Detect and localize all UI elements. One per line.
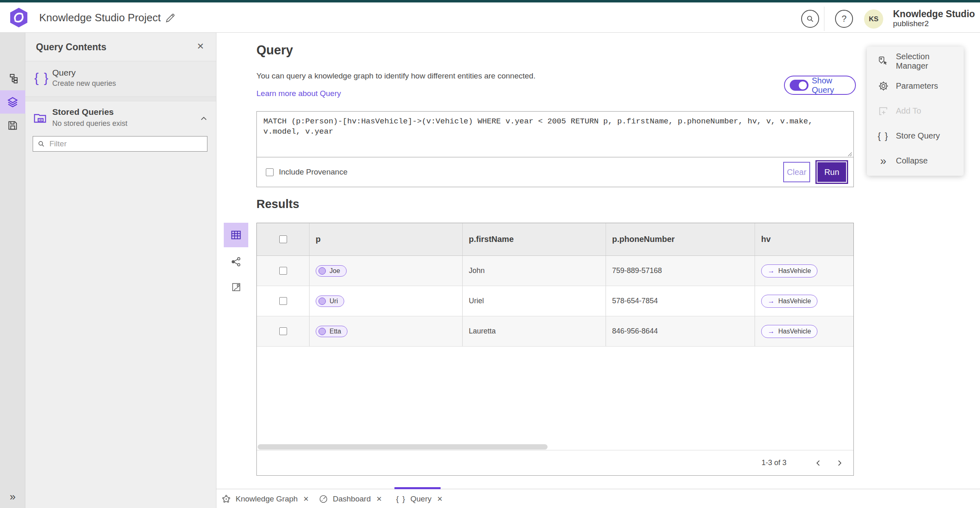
search-icon (806, 14, 815, 23)
panel-close-icon[interactable]: × (194, 40, 207, 53)
menu-item-label: Parameters (896, 81, 938, 91)
table-view-button[interactable] (224, 223, 248, 247)
row-checkbox[interactable] (279, 267, 287, 275)
arrow-right-icon: → (768, 267, 775, 274)
gear-icon (878, 81, 889, 92)
menu-item-store-query[interactable]: { } Store Query (867, 123, 964, 148)
table-view-icon (230, 229, 242, 241)
chevron-right-icon (835, 459, 844, 467)
entity-dot-icon (318, 328, 326, 335)
show-query-label: Show Query (812, 76, 850, 95)
map-view-button[interactable] (224, 275, 248, 299)
chevron-left-icon (814, 459, 822, 467)
row-checkbox[interactable] (279, 297, 287, 305)
tab-knowledge-graph[interactable]: Knowledge Graph × (221, 489, 309, 508)
table-row: Joe John 759-889-57168 → HasVehicle (257, 256, 853, 286)
top-bar: Knowledge Studio Project ? KS Knowledge … (0, 2, 980, 33)
toggle-track (790, 80, 808, 91)
resize-grip-icon[interactable] (846, 151, 852, 157)
results-title: Results (256, 197, 299, 211)
tab-close-icon[interactable]: × (376, 494, 382, 504)
left-icon-strip: » (0, 33, 25, 508)
menu-item-parameters[interactable]: Parameters (867, 74, 964, 98)
cell-firstname: Uriel (463, 286, 606, 316)
help-icon: ? (842, 13, 846, 24)
entity-pill[interactable]: Joe (316, 265, 347, 277)
knowledge-graph-icon (221, 494, 231, 504)
document-tab-bar: Knowledge Graph × Dashboard × { } Query … (216, 489, 980, 508)
learn-more-link[interactable]: Learn more about Query (256, 89, 341, 98)
user-name: publisher2 (893, 19, 975, 28)
menu-item-collapse[interactable]: » Collapse (867, 148, 964, 173)
menu-item-label: Selection Manager (896, 52, 964, 71)
filter-input[interactable] (49, 139, 203, 148)
include-provenance-label: Include Provenance (279, 168, 347, 177)
double-chevron-icon: » (10, 490, 16, 503)
edit-title-icon[interactable] (164, 12, 176, 24)
sidebar-item-data-model[interactable] (0, 67, 25, 90)
previous-page-button[interactable] (810, 455, 826, 471)
tab-close-icon[interactable]: × (437, 494, 443, 504)
panel-item-stored-queries[interactable]: Stored Queries No stored queries exist (25, 101, 216, 137)
table-header-row: p p.firstName p.phoneNumber hv (257, 223, 853, 256)
stored-queries-filter (33, 136, 207, 152)
graph-view-button[interactable] (224, 249, 248, 274)
map-view-icon (231, 282, 241, 292)
search-button[interactable] (801, 10, 819, 28)
results-table: p p.firstName p.phoneNumber hv Joe John … (256, 223, 854, 476)
cell-firstname: John (463, 256, 606, 286)
menu-item-selection-manager[interactable]: Selection Manager (867, 49, 964, 74)
braces-icon: { } (396, 495, 406, 504)
relationship-pill[interactable]: → HasVehicle (761, 295, 817, 308)
select-all-checkbox[interactable] (279, 235, 287, 243)
sidebar-item-layers[interactable] (0, 90, 25, 114)
cell-phonenumber: 846-956-8644 (606, 316, 755, 346)
column-header-firstname: p.firstName (463, 223, 606, 255)
scrollbar-thumb[interactable] (258, 444, 548, 450)
filter-search-icon (37, 140, 45, 148)
sidebar-item-save[interactable] (0, 114, 25, 137)
tab-dashboard[interactable]: Dashboard × (318, 489, 382, 508)
stored-queries-icon (33, 111, 47, 126)
tab-close-icon[interactable]: × (303, 494, 309, 504)
cell-phonenumber: 759-889-57168 (606, 256, 755, 286)
row-checkbox[interactable] (279, 327, 287, 335)
query-textarea[interactable]: MATCH (p:Person)-[hv:HasVehicle]->(v:Veh… (257, 112, 853, 157)
arrow-right-icon: → (768, 328, 775, 335)
chevron-up-icon[interactable] (199, 114, 209, 123)
expand-strip-button[interactable]: » (0, 488, 25, 505)
relationship-pill[interactable]: → HasVehicle (761, 325, 817, 338)
entity-label: Etta (330, 328, 341, 335)
entity-label: Uri (330, 298, 338, 305)
include-provenance-checkbox[interactable] (266, 168, 274, 176)
relationship-label: HasVehicle (778, 328, 811, 335)
relationship-label: HasVehicle (778, 267, 811, 275)
column-header-p: p (310, 223, 463, 255)
menu-item-label: Store Query (896, 131, 940, 141)
org-name: Knowledge Studio (893, 9, 975, 19)
show-query-toggle[interactable]: Show Query (784, 76, 856, 95)
query-editor-footer: Include Provenance Clear Run (257, 157, 853, 187)
help-button[interactable]: ? (835, 10, 853, 28)
next-page-button[interactable] (831, 455, 848, 471)
stored-queries-subtitle: No stored queries exist (52, 119, 127, 128)
user-avatar[interactable]: KS (864, 9, 883, 29)
entity-pill[interactable]: Etta (316, 326, 347, 337)
arrow-right-icon: → (768, 298, 775, 304)
panel-item-query[interactable]: { } Query Create new queries (25, 61, 216, 97)
run-button[interactable]: Run (817, 161, 847, 183)
dashboard-icon (318, 494, 328, 504)
relationship-pill[interactable]: → HasVehicle (761, 264, 817, 277)
cell-phonenumber: 578-654-7854 (606, 286, 755, 316)
table-pagination: 1-3 of 3 (257, 450, 853, 475)
tab-query[interactable]: { } Query × (396, 489, 443, 508)
entity-pill[interactable]: Uri (316, 295, 344, 307)
clear-button[interactable]: Clear (783, 162, 810, 182)
column-header-hv: hv (755, 223, 853, 255)
app-logo (9, 7, 29, 28)
save-icon (7, 120, 18, 131)
relationship-label: HasVehicle (778, 298, 811, 305)
panel-section-gap (25, 97, 216, 101)
menu-item-add-to: Add To (867, 98, 964, 123)
app-window: Knowledge Studio Project ? KS Knowledge … (0, 0, 980, 508)
